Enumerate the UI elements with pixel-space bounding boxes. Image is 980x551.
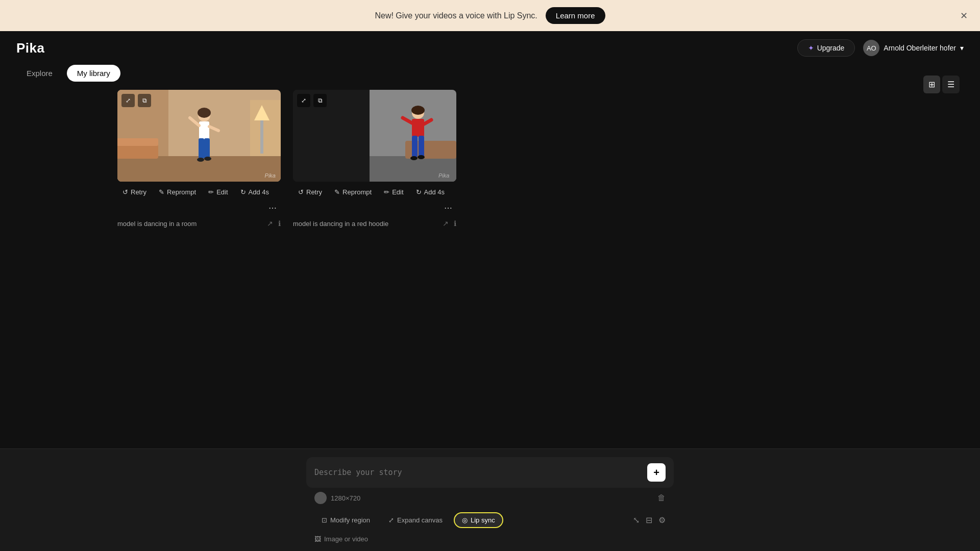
list-view-button[interactable]: ☰ [942,76,960,93]
tab-explore[interactable]: Explore [16,65,63,82]
card1-actions: ↺ Retry ✎ Reprompt ✏ Edit ↻ Add 4s ⋯ [117,182,281,217]
card-copy-button[interactable]: ⧉ [138,94,151,107]
retry-icon-2: ↺ [298,188,304,196]
banner-close-button[interactable]: ✕ [960,10,968,21]
bottom-tools: ⊡ Modify region ⤢ Expand canvas ◎ Lip sy… [306,508,674,532]
retry-button-2[interactable]: ↺ Retry [293,186,327,198]
svg-rect-11 [199,138,204,159]
modify-region-button[interactable]: ⊡ Modify region [314,513,377,527]
add-button[interactable]: + [647,463,666,482]
more-button-2[interactable]: ⋯ [440,201,456,215]
banner-text: New! Give your videos a voice with Lip S… [375,11,537,20]
story-input[interactable] [314,468,641,477]
card2-caption: model is dancing in a red hoodie ↗ ℹ [293,217,456,230]
svg-rect-6 [260,120,263,154]
header-right: ✦ Upgrade AO Arnold Oberleiter hofer ▾ [797,39,964,57]
reprompt-button-1[interactable]: ✎ Reprompt [154,186,201,198]
share-button-1[interactable]: ↗ [267,219,273,228]
watermark-1: Pika [265,172,276,179]
svg-point-9 [198,108,211,118]
lip-sync-button[interactable]: ◎ Lip sync [454,512,503,528]
edit-button-1[interactable]: ✏ Edit [203,186,233,198]
svg-rect-24 [412,136,418,157]
share-button-2[interactable]: ↗ [443,219,449,228]
fullscreen-button[interactable]: ⤡ [633,515,640,525]
settings-button[interactable]: ⚙ [658,515,666,525]
lip-sync-icon: ◎ [462,516,468,524]
edit-button-2[interactable]: ✏ Edit [379,186,408,198]
svg-point-16 [204,157,211,161]
expand-canvas-icon: ⤢ [388,516,394,524]
view-toggle: ⊞ ☰ [923,76,960,93]
reprompt-button-2[interactable]: ✎ Reprompt [329,186,377,198]
edit-icon-2: ✏ [384,188,389,196]
star-icon: ✦ [808,44,814,52]
modify-region-icon: ⊡ [322,516,327,524]
resolution-badge: 1280×720 [314,492,360,504]
image-video-button[interactable]: 🖼 Image or video [314,535,368,543]
card1-caption-icons: ↗ ℹ [267,219,281,228]
svg-rect-3 [250,100,281,156]
card-top-icons: ⤢ ⧉ [121,94,151,107]
card1-caption: model is dancing in a room ↗ ℹ [117,217,281,230]
tab-my-library[interactable]: My library [67,65,120,82]
svg-point-29 [418,155,425,159]
logo: Pika [16,40,45,56]
chevron-down-icon: ▾ [960,44,964,52]
info-button-2[interactable]: ℹ [454,219,456,228]
header: Pika ✦ Upgrade AO Arnold Oberleiter hofe… [0,31,980,65]
card2-actions: ↺ Retry ✎ Reprompt ✏ Edit ↻ Add 4s ⋯ [293,182,456,217]
retry-button-1[interactable]: ↺ Retry [117,186,152,198]
svg-rect-10 [199,121,209,139]
expand-canvas-button[interactable]: ⤢ Expand canvas [381,513,450,527]
bottom-extra: 🖼 Image or video [306,532,674,543]
announcement-banner: New! Give your videos a voice with Lip S… [0,0,980,31]
input-meta-row: 1280×720 🗑 [306,488,674,508]
video-thumbnail-2[interactable]: Pika ⤢ ⧉ [293,90,456,182]
retry-icon-1: ↺ [122,188,128,196]
learn-more-button[interactable]: Learn more [546,7,605,24]
svg-point-28 [410,156,418,160]
edit-icon-1: ✏ [208,188,214,196]
reprompt-icon-1: ✎ [159,188,164,196]
nav-tabs: Explore My library [0,65,980,90]
bottom-bar: For best results, use Lip Sync with fron… [0,448,980,551]
mini-avatar [314,492,327,504]
svg-rect-12 [204,138,210,159]
input-row: + [306,457,674,488]
reprompt-icon-2: ✎ [334,188,340,196]
svg-rect-23 [412,119,424,137]
card2-copy-button[interactable]: ⧉ [313,94,327,107]
bottom-right-tools: ⤡ ⊟ ⚙ [633,515,666,525]
delete-button[interactable]: 🗑 [657,493,666,503]
input-area: For best results, use Lip Sync with fron… [306,457,674,543]
avatar: AO [863,40,879,56]
svg-point-15 [197,158,204,162]
video-card-2: Pika ⤢ ⧉ ↺ Retry ✎ Reprompt ✏ Edit ↻ Add [293,90,456,230]
card-expand-button[interactable]: ⤢ [121,94,135,107]
info-button-1[interactable]: ℹ [278,219,281,228]
svg-text:Pika: Pika [438,172,449,179]
card2-top-icons: ⤢ ⧉ [297,94,327,107]
add4s-icon-2: ↻ [416,188,422,196]
card2-caption-text: model is dancing in a red hoodie [293,220,388,228]
layout-button[interactable]: ⊟ [646,515,652,525]
more-button-1[interactable]: ⋯ [264,201,281,215]
card1-caption-text: model is dancing in a room [117,220,197,228]
add4s-icon-1: ↻ [240,188,246,196]
card2-expand-button[interactable]: ⤢ [297,94,310,107]
grid-view-button[interactable]: ⊞ [923,76,940,93]
video-thumbnail-1[interactable]: ⤢ ⧉ Pika [117,90,281,182]
user-menu-button[interactable]: AO Arnold Oberleiter hofer ▾ [863,40,964,56]
card2-caption-icons: ↗ ℹ [443,219,456,228]
svg-rect-25 [419,136,424,157]
add4s-button-2[interactable]: ↻ Add 4s [411,186,450,198]
svg-rect-5 [117,138,158,146]
library-content: ⤢ ⧉ Pika ↺ Retry ✎ Reprompt ✏ Edit ↻ Add… [0,90,980,230]
video-card-1: ⤢ ⧉ Pika ↺ Retry ✎ Reprompt ✏ Edit ↻ Add… [117,90,281,230]
image-icon: 🖼 [314,535,321,543]
upgrade-button[interactable]: ✦ Upgrade [797,39,855,57]
svg-point-22 [411,106,425,115]
add4s-button-1[interactable]: ↻ Add 4s [235,186,274,198]
